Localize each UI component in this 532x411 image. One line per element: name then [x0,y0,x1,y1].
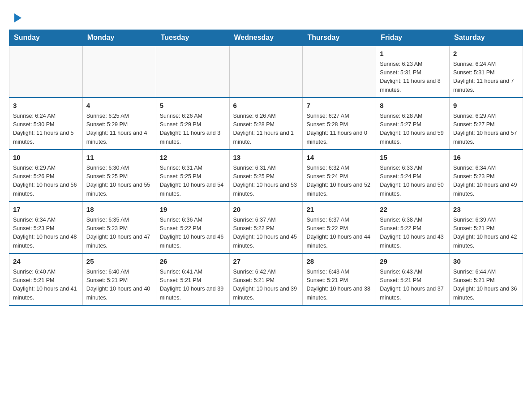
day-info: Sunset: 5:27 PM [453,120,519,129]
day-info: Sunset: 5:29 PM [160,120,226,129]
day-info: Daylight: 10 hours and 42 minutes. [453,233,519,250]
day-number: 28 [306,257,372,267]
day-number: 15 [380,153,446,163]
day-info: Sunset: 5:24 PM [380,172,446,181]
day-number: 16 [453,153,519,163]
calendar-cell: 6Sunrise: 6:26 AMSunset: 5:28 PMDaylight… [229,98,303,150]
day-info: Daylight: 11 hours and 1 minute. [233,129,299,146]
calendar-table: SundayMondayTuesdayWednesdayThursdayFrid… [9,30,523,306]
day-info: Sunset: 5:21 PM [233,276,299,285]
day-number: 18 [86,205,152,215]
day-info: Sunset: 5:24 PM [306,172,372,181]
logo-triangle-icon [14,13,21,22]
calendar-cell: 21Sunrise: 6:37 AMSunset: 5:22 PMDayligh… [303,201,376,253]
page-header [9,9,523,22]
day-number: 8 [380,101,446,111]
calendar-cell: 16Sunrise: 6:34 AMSunset: 5:23 PMDayligh… [450,150,523,201]
calendar-cell [303,46,376,98]
day-info: Daylight: 11 hours and 8 minutes. [380,77,446,94]
day-info: Sunrise: 6:43 AM [306,268,372,276]
day-info: Daylight: 10 hours and 46 minutes. [160,233,226,250]
day-info: Daylight: 10 hours and 36 minutes. [453,285,519,302]
day-info: Daylight: 10 hours and 53 minutes. [233,181,299,198]
day-info: Daylight: 10 hours and 43 minutes. [380,233,446,250]
calendar-header-sunday: Sunday [9,30,83,46]
day-info: Sunrise: 6:36 AM [160,216,226,224]
day-info: Sunset: 5:23 PM [86,224,152,233]
day-info: Sunset: 5:21 PM [306,276,372,285]
day-number: 13 [233,153,299,163]
day-info: Daylight: 10 hours and 50 minutes. [380,181,446,198]
day-info: Daylight: 10 hours and 38 minutes. [306,285,372,302]
day-info: Daylight: 10 hours and 37 minutes. [380,285,446,302]
calendar-cell: 12Sunrise: 6:31 AMSunset: 5:25 PMDayligh… [156,150,229,201]
day-number: 1 [380,49,446,59]
calendar-cell: 1Sunrise: 6:23 AMSunset: 5:31 PMDaylight… [376,46,450,98]
calendar-cell: 22Sunrise: 6:38 AMSunset: 5:22 PMDayligh… [376,201,450,253]
day-info: Sunset: 5:31 PM [453,68,519,77]
day-info: Daylight: 11 hours and 7 minutes. [453,77,519,94]
day-info: Sunset: 5:26 PM [13,172,79,181]
day-info: Sunset: 5:31 PM [380,68,446,77]
day-info: Sunrise: 6:24 AM [453,60,519,68]
day-info: Sunrise: 6:41 AM [160,268,226,276]
day-number: 10 [13,153,79,163]
day-number: 6 [233,101,299,111]
day-info: Daylight: 10 hours and 44 minutes. [306,233,372,250]
day-info: Sunrise: 6:39 AM [453,216,519,224]
day-info: Sunrise: 6:40 AM [86,268,152,276]
day-number: 11 [86,153,152,163]
day-info: Sunrise: 6:35 AM [86,216,152,224]
day-number: 30 [453,257,519,267]
day-info: Sunset: 5:21 PM [453,276,519,285]
day-info: Sunset: 5:23 PM [453,172,519,181]
day-info: Sunrise: 6:26 AM [160,112,226,120]
day-info: Sunrise: 6:38 AM [380,216,446,224]
day-info: Daylight: 10 hours and 45 minutes. [233,233,299,250]
day-info: Daylight: 10 hours and 55 minutes. [86,181,152,198]
calendar-cell: 10Sunrise: 6:29 AMSunset: 5:26 PMDayligh… [9,150,83,201]
day-info: Daylight: 10 hours and 40 minutes. [86,285,152,302]
calendar-cell: 27Sunrise: 6:42 AMSunset: 5:21 PMDayligh… [229,253,303,305]
calendar-week-row: 1Sunrise: 6:23 AMSunset: 5:31 PMDaylight… [9,46,523,98]
calendar-cell [9,46,83,98]
logo [13,13,21,22]
day-number: 12 [160,153,226,163]
calendar-cell: 7Sunrise: 6:27 AMSunset: 5:28 PMDaylight… [303,98,376,150]
calendar-header-monday: Monday [82,30,156,46]
day-info: Sunrise: 6:40 AM [13,268,79,276]
day-info: Daylight: 11 hours and 3 minutes. [160,129,226,146]
day-info: Daylight: 10 hours and 56 minutes. [13,181,79,198]
calendar-header-row: SundayMondayTuesdayWednesdayThursdayFrid… [9,30,523,46]
day-number: 7 [306,101,372,111]
day-info: Sunset: 5:28 PM [306,120,372,129]
calendar-cell [229,46,303,98]
day-number: 27 [233,257,299,267]
calendar-cell: 28Sunrise: 6:43 AMSunset: 5:21 PMDayligh… [303,253,376,305]
calendar-header-wednesday: Wednesday [229,30,303,46]
day-info: Sunset: 5:30 PM [13,120,79,129]
day-info: Sunset: 5:22 PM [233,224,299,233]
day-number: 5 [160,101,226,111]
day-info: Daylight: 11 hours and 5 minutes. [13,129,79,146]
day-info: Daylight: 10 hours and 41 minutes. [13,285,79,302]
day-info: Sunset: 5:27 PM [380,120,446,129]
day-info: Daylight: 10 hours and 39 minutes. [233,285,299,302]
calendar-cell: 29Sunrise: 6:43 AMSunset: 5:21 PMDayligh… [376,253,450,305]
calendar-cell [156,46,229,98]
day-info: Sunrise: 6:37 AM [233,216,299,224]
day-info: Daylight: 10 hours and 49 minutes. [453,181,519,198]
logo-general [13,13,21,22]
day-info: Daylight: 10 hours and 59 minutes. [380,129,446,146]
day-number: 22 [380,205,446,215]
day-info: Sunset: 5:22 PM [380,224,446,233]
calendar-header-tuesday: Tuesday [156,30,229,46]
calendar-header-friday: Friday [376,30,450,46]
day-info: Sunset: 5:25 PM [233,172,299,181]
day-info: Daylight: 10 hours and 57 minutes. [453,129,519,146]
day-info: Sunrise: 6:30 AM [86,164,152,172]
calendar-cell: 3Sunrise: 6:24 AMSunset: 5:30 PMDaylight… [9,98,83,150]
day-number: 3 [13,101,79,111]
calendar-week-row: 10Sunrise: 6:29 AMSunset: 5:26 PMDayligh… [9,150,523,201]
calendar-cell: 13Sunrise: 6:31 AMSunset: 5:25 PMDayligh… [229,150,303,201]
